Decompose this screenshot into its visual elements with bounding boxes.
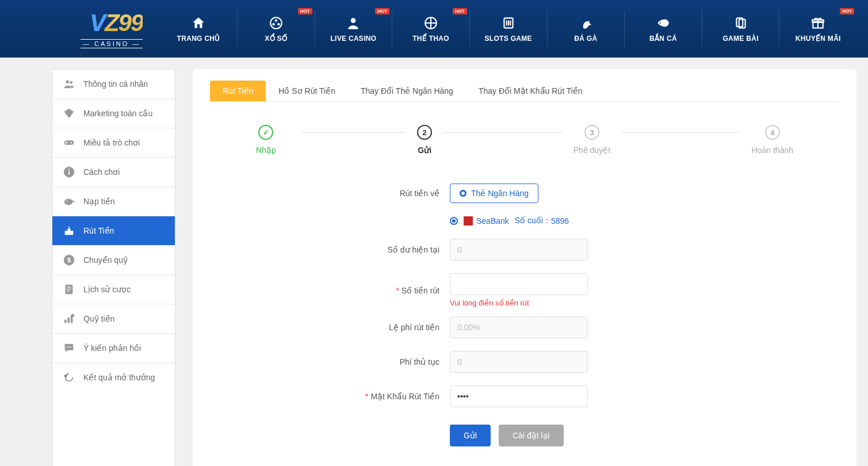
nav-rooster[interactable]: ĐÁ GÀ [547, 10, 625, 47]
amount-label: * Số tiền rút [346, 286, 450, 295]
main-header: VZ99 — CASINO — TRANG CHỦHOTXỔ SỐHOTLIVE… [0, 0, 868, 58]
svg-point-36 [70, 346, 71, 347]
proc-fee-input [450, 351, 588, 373]
tab[interactable]: Rút Tiền [210, 81, 266, 101]
sidebar-item-piggybank[interactable]: Nạp tiền [52, 187, 175, 216]
balance-input [450, 239, 588, 261]
nav-slots[interactable]: SLOTS GAME [469, 10, 547, 47]
password-label: * Mật Khẩu Rút Tiền [346, 392, 450, 401]
sidebar-item-label: Kết quả mở thưởng [83, 373, 155, 382]
svg-point-1 [275, 20, 277, 22]
sidebar-item-label: Thông tin cá nhân [83, 79, 148, 89]
sidebar-item-label: Cách chơi [83, 167, 120, 177]
svg-rect-27 [67, 287, 71, 287]
svg-rect-9 [510, 21, 511, 26]
hot-badge: HOT [375, 8, 389, 14]
sidebar-item-withdraw[interactable]: Rút Tiền [52, 216, 175, 246]
nav-label: KHUYẾN MÃI [782, 35, 854, 43]
sidebar-item-label: Lịch sử cược [83, 285, 131, 294]
nav-label: TRANG CHỦ [162, 35, 235, 43]
tab[interactable]: Hồ Sơ Rút Tiền [266, 81, 348, 101]
withdraw-form: Rút tiền về Thẻ Ngân Hàng SeaBank Số cuố… [346, 184, 703, 446]
sidebar-item-label: Miêu tả trò chơi [83, 138, 140, 147]
sidebar-item-feedback[interactable]: Ý kiến phản hồi [52, 334, 175, 363]
bank-card-option-label: Thẻ Ngân Hàng [471, 189, 529, 198]
radio-dot-icon [460, 190, 466, 197]
sidebar-item-diamond[interactable]: Marketing toàn cầu [52, 99, 175, 128]
step-circle: 4 [765, 125, 780, 140]
sidebar-item-transfer[interactable]: $Chuyển quỹ [52, 246, 175, 275]
step-label: Phê duyệt [573, 146, 610, 155]
bank-last-label: Số cuối： [515, 216, 551, 226]
sidebar-item-gamepad[interactable]: Miêu tả trò chơi [52, 128, 175, 158]
withdraw-to-label: Rút tiền về [346, 189, 450, 198]
nav-livecasino[interactable]: HOTLIVE CASINO [315, 10, 392, 47]
sidebar-item-label: Nạp tiền [83, 197, 115, 206]
seabank-logo-icon [464, 216, 473, 226]
amount-input[interactable] [450, 273, 588, 295]
step-current: 2Gửi [406, 125, 443, 155]
hot-badge: HOT [453, 8, 467, 14]
nav-label: BẮN CÁ [627, 35, 699, 43]
radio-selected-icon [450, 217, 458, 225]
hot-badge: HOT [298, 8, 312, 14]
sidebar-item-label: Ý kiến phản hồi [83, 343, 141, 353]
submit-button[interactable]: Gửi [450, 425, 491, 446]
sidebar-item-label: Rút Tiền [83, 226, 114, 235]
nav-label: LIVE CASINO [318, 35, 390, 43]
fee-pct-label: Lệ phí rút tiền [346, 323, 450, 332]
nav-label: SLOTS GAME [472, 35, 545, 43]
nav-home[interactable]: TRANG CHỦ [160, 10, 237, 47]
step-circle: 3 [584, 125, 599, 140]
nav-label: ĐÁ GÀ [550, 35, 622, 43]
logo-text: VZ99 [90, 9, 143, 37]
bank-card-option[interactable]: Thẻ Ngân Hàng [450, 184, 538, 203]
sidebar-item-info[interactable]: Cách chơi [52, 158, 175, 187]
nav-label: XỔ SỐ [240, 35, 312, 43]
main-panel: Rút TiềnHồ Sơ Rút TiềnThay Đổi Thẻ Ngân … [193, 69, 856, 466]
svg-point-14 [66, 81, 70, 84]
sidebar-item-funds[interactable]: Quỹ tiền [52, 304, 175, 334]
step-circle: 2 [417, 125, 432, 140]
sidebar-item-results[interactable]: Kết quả mở thưởng [52, 363, 175, 392]
amount-error-text: Vui lòng điền số tiền rút [450, 299, 703, 307]
nav-label: GAME BÀI [705, 35, 777, 43]
sports-icon [395, 15, 467, 31]
tab[interactable]: Thay Đổi Mật Khẩu Rút Tiền [466, 81, 595, 101]
svg-point-33 [71, 314, 75, 318]
svg-point-4 [351, 18, 356, 23]
sidebar-item-label: Marketing toàn cầu [83, 109, 152, 118]
nav-sports[interactable]: HOTTHỂ THAO [392, 10, 469, 47]
fee-pct-input [450, 316, 588, 338]
nav-label: THỂ THAO [395, 35, 467, 43]
svg-rect-30 [64, 320, 67, 323]
nav-cards[interactable]: GAME BÀI [702, 10, 779, 47]
svg-rect-28 [67, 289, 71, 289]
proc-fee-label: Phí thủ tục [346, 357, 450, 366]
step-pending: 4Hoàn thành [740, 125, 805, 155]
nav-gift[interactable]: HOTKHUYẾN MÃI [779, 10, 856, 47]
nav-lottery[interactable]: HOTXỔ SỐ [237, 10, 315, 47]
nav-fish[interactable]: BẮN CÁ [624, 10, 702, 47]
bank-name: SeaBank [476, 216, 509, 226]
sidebar-item-user[interactable]: Thông tin cá nhân [52, 70, 175, 99]
reset-button[interactable]: Cài đặt lại [499, 425, 564, 446]
sidebar-item-label: Chuyển quỹ [83, 255, 128, 265]
gift-icon [782, 15, 854, 31]
sidebar-item-history[interactable]: Lịch sử cược [52, 275, 175, 304]
step-label: Gửi [418, 146, 431, 155]
svg-rect-31 [67, 318, 70, 323]
svg-point-34 [67, 346, 68, 347]
selected-bank-account[interactable]: SeaBank Số cuối： 5896 [450, 216, 703, 226]
svg-rect-7 [506, 21, 507, 26]
tab[interactable]: Thay Đổi Thẻ Ngân Hàng [348, 81, 466, 101]
bank-last-digits: 5896 [551, 216, 569, 226]
withdraw-password-input[interactable] [450, 385, 588, 407]
step-indicator: ✓Nhập2Gửi3Phê duyệt4Hoàn thành [244, 125, 805, 155]
site-logo[interactable]: VZ99 — CASINO — [81, 9, 143, 48]
hot-badge: HOT [840, 8, 854, 14]
svg-rect-19 [68, 171, 70, 174]
step-label: Hoàn thành [752, 146, 793, 155]
step-label: Nhập [256, 146, 276, 155]
balance-label: Số dư hiện tại [346, 245, 450, 254]
